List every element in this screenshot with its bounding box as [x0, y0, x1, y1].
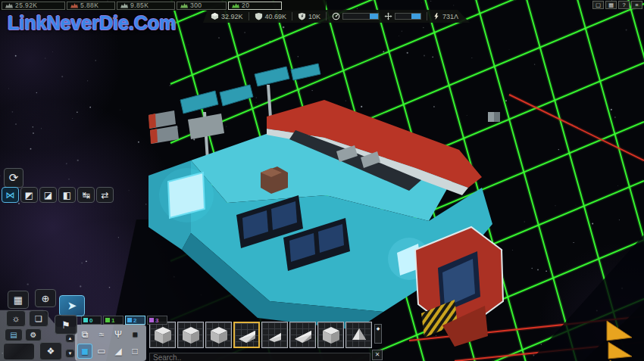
help-button[interactable]: ? [618, 1, 630, 9]
hotbar-slot-5[interactable] [261, 322, 288, 348]
speed-bar [342, 13, 379, 20]
box-tool-bottom[interactable]: ◧ [58, 187, 76, 203]
machine-icon: ⚙ [30, 331, 37, 339]
tab-color-icon [149, 318, 154, 322]
resource-value: 5.88K [80, 2, 98, 9]
build-viewport[interactable] [0, 0, 644, 361]
hotbar-slot-2[interactable] [177, 322, 204, 348]
grid-view-button[interactable]: ▦ [8, 291, 29, 309]
power-bolt-icon [433, 12, 440, 20]
ore-pile-icon [180, 3, 188, 8]
block-thumbnail [181, 325, 201, 345]
cargo-box-icon [211, 12, 219, 20]
resource-value: 300 [190, 2, 202, 9]
category-block-group[interactable]: ⧉ [77, 327, 92, 342]
block-thumbnail [349, 325, 369, 345]
resource-value: 9.85K [130, 2, 148, 9]
balance-gauge [384, 12, 421, 20]
search-bar [149, 350, 370, 360]
tab-label: 3 [155, 317, 158, 324]
resource-red-ore: 5.88K [67, 2, 115, 10]
hologram-icon: ❖ [47, 346, 55, 356]
hotbar [149, 322, 372, 348]
palette-tab-1[interactable]: 1 [103, 316, 123, 325]
rotate-icon: ⟳ [9, 171, 19, 185]
search-input[interactable] [149, 353, 370, 361]
rotate-reset-button[interactable]: ⟳ [4, 168, 23, 188]
light-toggle-button[interactable]: ☼ [6, 310, 26, 327]
tab-color-icon [105, 318, 110, 322]
drag-mode-button[interactable]: ➤ [59, 295, 85, 316]
palette-tabs: 0123 [81, 316, 167, 325]
spinner-down-button[interactable]: ▼ [65, 349, 75, 358]
block-thumbnail [153, 325, 173, 345]
cargo-stat: 32.92K [211, 12, 243, 20]
resource-green-ore: 300 [177, 2, 227, 10]
symmetry-toolbar: ⋈◩◪◧↹⇄ [2, 187, 114, 203]
palette-tab-3[interactable]: 3 [147, 316, 167, 325]
category-basic-cube[interactable]: ◼ [77, 344, 92, 359]
hotbar-slot-4[interactable] [233, 322, 260, 348]
palette-tab-2[interactable]: 2 [125, 316, 145, 325]
blueprint-print-button[interactable]: ▤ [5, 328, 23, 341]
ore-pile-icon [120, 3, 128, 8]
hotbar-slot-7[interactable] [317, 322, 344, 348]
tab-label: 0 [89, 317, 92, 324]
hotbar-slot-3[interactable] [205, 322, 232, 348]
display-button[interactable]: ▦ [605, 1, 617, 9]
window-buttons: ▢▦?≡ [592, 1, 642, 9]
category-large-cube[interactable]: □ [127, 344, 142, 359]
palette-tab-0[interactable]: 0 [81, 316, 102, 325]
category-slab[interactable]: ▭ [94, 344, 109, 359]
mirror-horizontal-tool[interactable]: ↹ [77, 187, 95, 203]
menu-button[interactable]: ≡ [631, 1, 642, 9]
spinner-up-button[interactable]: ▲ [65, 334, 75, 343]
box-tool-open-left[interactable]: ◩ [20, 187, 38, 203]
mirror-vertical-tool[interactable]: ⇄ [96, 187, 114, 203]
shield-bolt-icon [298, 12, 306, 20]
resource-light-ore: 9.85K [117, 2, 175, 10]
move-icon [384, 12, 392, 20]
hotbar-scroll-button[interactable]: ◆ [374, 324, 382, 344]
category-dark-block[interactable]: ■ [127, 327, 142, 342]
texture-swatch-button[interactable] [3, 343, 35, 360]
search-clear-button[interactable]: ✕ [372, 350, 383, 360]
hotbar-slot-8[interactable] [345, 322, 372, 348]
ore-pile-icon [5, 3, 13, 8]
arrow-down-icon: ▼ [68, 351, 73, 356]
ship-add-icon: ⊕ [42, 293, 50, 304]
expand-view-button[interactable]: ❏ [29, 310, 48, 327]
ship-add-button[interactable]: ⊕ [35, 289, 56, 307]
light-icon: ☼ [12, 313, 20, 324]
box-tool-open-right[interactable]: ◪ [39, 187, 57, 203]
category-antenna[interactable]: Ψ [111, 327, 126, 342]
panels-button[interactable]: ▢ [592, 1, 604, 9]
category-wedge[interactable]: ◢ [111, 344, 126, 359]
tab-label: 2 [133, 317, 136, 324]
mirror-x-tool[interactable]: ⋈ [2, 187, 19, 203]
block-thumbnail [293, 325, 313, 345]
block-thumbnail [321, 325, 341, 345]
scroll-diamond-icon: ◆ [377, 326, 380, 331]
machine-tool-button[interactable]: ⚙ [25, 328, 42, 341]
paint-tool-button[interactable]: ⚑ [55, 315, 77, 335]
hotbar-slot-6[interactable] [289, 322, 316, 348]
expand-icon: ❏ [35, 314, 42, 324]
hologram-button[interactable]: ❖ [39, 342, 62, 360]
resource-value: 20 [242, 2, 249, 9]
block-thumbnail [237, 325, 257, 345]
block-thumbnail [209, 325, 229, 345]
balance-bar [395, 13, 421, 20]
drag-icon: ➤ [67, 299, 77, 313]
block-thumbnail [265, 325, 285, 345]
resource-green-ore-2: 20 [228, 2, 282, 10]
hotbar-slot-1[interactable] [149, 322, 176, 348]
grid-icon: ▦ [14, 294, 23, 306]
paint-icon: ⚑ [61, 319, 70, 331]
category-conveyor[interactable]: ≈ [94, 327, 109, 342]
ship-stats-bar: 32.92K 40.69K 10K 731Λ [203, 10, 470, 23]
armor-value: 40.69K [265, 13, 287, 20]
resource-bar: 25.92K5.88K9.85K30020 [0, 0, 326, 11]
shield-value: 10K [308, 13, 320, 20]
shield-icon [255, 12, 263, 20]
